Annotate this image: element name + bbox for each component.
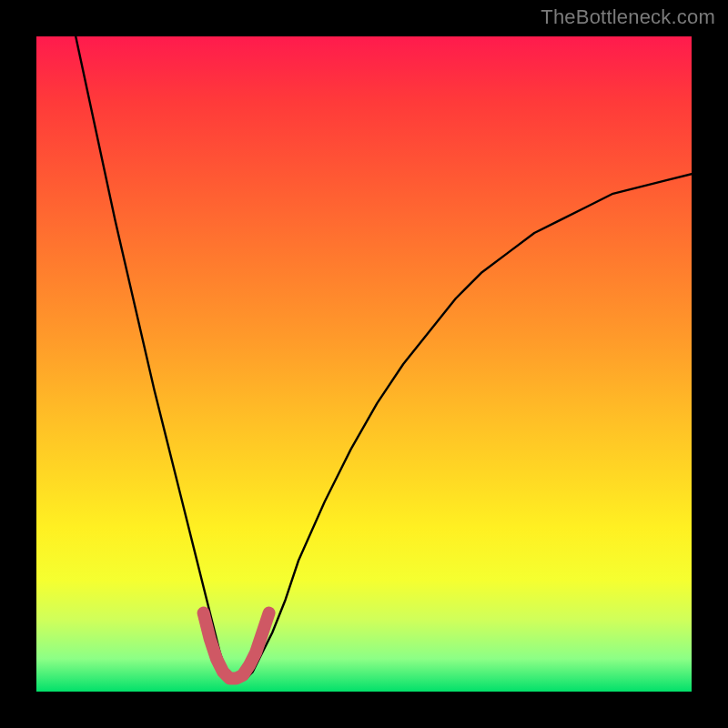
bottleneck-curve xyxy=(76,36,692,679)
plot-area xyxy=(36,36,692,692)
chart-frame: TheBottleneck.com xyxy=(0,0,728,728)
curve-layer xyxy=(36,36,692,692)
watermark-text: TheBottleneck.com xyxy=(541,5,715,29)
